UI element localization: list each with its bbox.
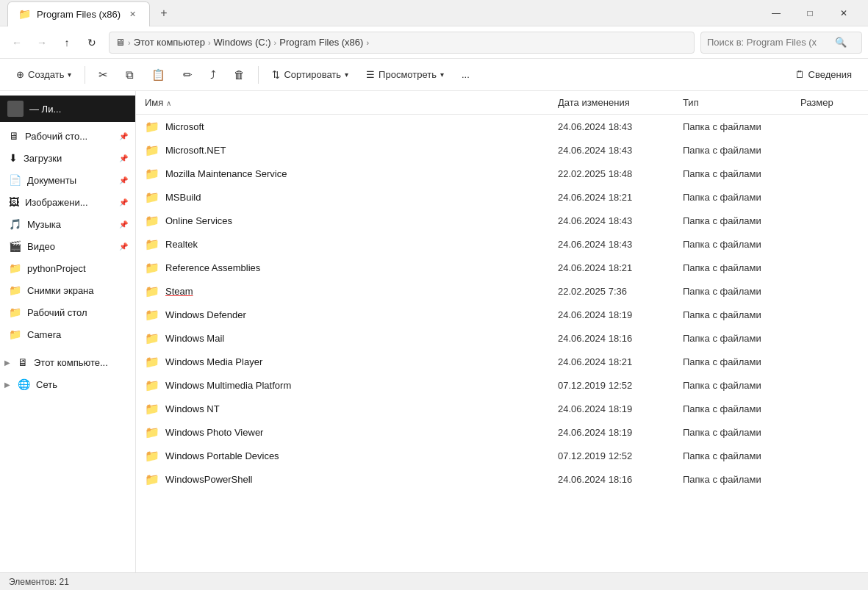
file-name: MSBuild [165,192,201,203]
sidebar-item-computer[interactable]: ▶ 🖥 Этот компьюте... [0,351,135,373]
sidebar-label-screenshots: Снимки экрана [27,285,128,296]
column-type[interactable]: Тип [677,94,795,111]
camera-icon: 📁 [9,328,21,340]
tab-label: Program Files (x86) [37,9,121,20]
file-cell-type: Папка с файлами [677,424,795,441]
table-row[interactable]: 📁 Microsoft 24.06.2024 18:43 Папка с фай… [136,115,868,138]
paste-button[interactable]: 📋 [144,65,173,85]
breadcrumb-drive[interactable]: Windows (C:) [214,37,271,48]
forward-button[interactable]: → [31,32,53,54]
file-cell-size [795,382,868,388]
file-cell-type: Папка с файлами [677,306,795,323]
close-button[interactable]: ✕ [827,0,861,26]
folder-icon: 📁 [145,214,159,228]
file-cell-date: 24.06.2024 18:43 [552,236,677,253]
new-tab-button[interactable]: + [154,4,173,23]
table-row[interactable]: 📁 Realtek 24.06.2024 18:43 Папка с файла… [136,232,868,256]
breadcrumb-computer[interactable]: Этот компьютер [134,37,205,48]
rename-button[interactable]: ✏ [176,65,200,85]
table-row[interactable]: 📁 Reference Assemblies 24.06.2024 18:21 … [136,256,868,279]
create-icon: ⊕ [16,69,24,80]
folder-icon: 📁 [145,261,159,275]
file-cell-size [795,123,868,129]
table-row[interactable]: 📁 MSBuild 24.06.2024 18:21 Папка с файла… [136,185,868,209]
column-size[interactable]: Размер [795,94,868,111]
folder-icon: 📁 [145,308,159,322]
file-cell-type: Папка с файлами [677,330,795,347]
column-date[interactable]: Дата изменения [552,94,677,111]
file-cell-size [795,194,868,200]
tab-close-button[interactable]: ✕ [126,8,139,21]
sidebar-item-network[interactable]: ▶ 🌐 Сеть [0,373,135,395]
sidebar-item-images[interactable]: 🖼 Изображени... 📌 [0,191,135,213]
search-input[interactable] [707,37,832,48]
back-button[interactable]: ← [6,32,28,54]
file-cell-name: 📁 Windows Mail [136,328,552,348]
sidebar-item-camera[interactable]: 📁 Camera [0,323,135,345]
share-button[interactable]: ⤴ [203,65,223,84]
toolbar: ⊕ Создать ▾ ✂ ⧉ 📋 ✏ ⤴ 🗑 ⇅ Сортировать ▾ … [0,59,868,91]
file-cell-name: 📁 Windows Portable Devices [136,446,552,466]
table-row[interactable]: 📁 Windows Multimedia Platform 07.12.2019… [136,373,868,397]
table-row[interactable]: 📁 Steam 22.02.2025 7:36 Папка с файлами [136,279,868,303]
up-button[interactable]: ↑ [56,32,78,54]
table-row[interactable]: 📁 Windows Defender 24.06.2024 18:19 Папк… [136,303,868,326]
table-row[interactable]: 📁 Windows Mail 24.06.2024 18:16 Папка с … [136,326,868,350]
sidebar-item-screenshots[interactable]: 📁 Снимки экрана [0,279,135,301]
sidebar: — Ли... 🖥 Рабочий сто... 📌 ⬇ Загрузки 📌 … [0,91,136,572]
window-controls: — □ ✕ [759,0,861,26]
file-cell-date: 24.06.2024 18:21 [552,189,677,206]
file-cell-type: Папка с файлами [677,377,795,394]
table-row[interactable]: 📁 Mozilla Maintenance Service 22.02.2025… [136,162,868,185]
table-row[interactable]: 📁 Windows Photo Viewer 24.06.2024 18:19 … [136,420,868,444]
more-button[interactable]: ... [454,65,477,84]
user-account[interactable]: — Ли... [0,96,135,122]
breadcrumb-current[interactable]: Program Files (x86) [279,37,363,48]
sidebar-item-video[interactable]: 🎬 Видео 📌 [0,235,135,257]
sidebar-item-pythonproject[interactable]: 📁 pythonProject [0,257,135,279]
table-row[interactable]: 📁 Windows Portable Devices 07.12.2019 12… [136,444,868,467]
cut-button[interactable]: ✂ [91,65,115,85]
table-row[interactable]: 📁 Microsoft.NET 24.06.2024 18:43 Папка с… [136,138,868,162]
table-row[interactable]: 📁 WindowsPowerShell 24.06.2024 18:16 Пап… [136,467,868,491]
pin-icon-video: 📌 [119,242,128,251]
folder-icon: 📁 [145,472,159,486]
view-button[interactable]: ☰ Просмотреть ▾ [359,65,451,84]
breadcrumb-bar: 🖥 › Этот компьютер › Windows (C:) › Prog… [109,32,695,54]
file-cell-date: 24.06.2024 18:19 [552,400,677,417]
breadcrumb-expand-arrow[interactable]: › [366,38,369,47]
table-row[interactable]: 📁 Windows Media Player 24.06.2024 18:21 … [136,350,868,373]
pin-icon-desktop: 📌 [119,132,128,140]
sidebar-item-desktop2[interactable]: 📁 Рабочий стол [0,301,135,323]
sidebar-label-desktop2: Рабочий стол [27,307,128,318]
sort-button[interactable]: ⇅ Сортировать ▾ [265,65,356,84]
sidebar-item-music[interactable]: 🎵 Музыка 📌 [0,213,135,235]
file-cell-type: Папка с файлами [677,212,795,229]
file-cell-date: 24.06.2024 18:21 [552,353,677,370]
create-button[interactable]: ⊕ Создать ▾ [9,65,79,84]
sidebar-item-documents[interactable]: 📄 Документы 📌 [0,169,135,191]
file-cell-date: 22.02.2025 7:36 [552,283,677,300]
svedenia-button[interactable]: 🗒 Сведения [788,65,859,84]
delete-button[interactable]: 🗑 [226,65,252,84]
folder-icon: 📁 [145,190,159,204]
search-icon[interactable]: 🔍 [835,37,847,48]
active-tab[interactable]: 📁 Program Files (x86) ✕ [7,1,150,26]
copy-button[interactable]: ⧉ [118,65,141,85]
file-name: Realtek [165,239,198,250]
file-cell-name: 📁 Windows Defender [136,305,552,325]
minimize-button[interactable]: — [759,0,793,26]
file-cell-size [795,359,868,364]
file-list-header: Имя ∧ Дата изменения Тип Размер [136,91,868,115]
sidebar-label-camera: Camera [27,329,128,340]
table-row[interactable]: 📁 Online Services 24.06.2024 18:43 Папка… [136,209,868,232]
table-row[interactable]: 📁 Windows NT 24.06.2024 18:19 Папка с фа… [136,397,868,420]
sidebar-item-desktop[interactable]: 🖥 Рабочий сто... 📌 [0,125,135,147]
sidebar-item-downloads[interactable]: ⬇ Загрузки 📌 [0,147,135,169]
sidebar-label-pythonproject: pythonProject [27,263,128,274]
column-name[interactable]: Имя ∧ [136,94,552,111]
maximize-button[interactable]: □ [793,0,827,26]
file-name: Mozilla Maintenance Service [165,168,287,179]
folder-icon: 📁 [145,402,159,416]
refresh-button[interactable]: ↻ [81,32,103,54]
